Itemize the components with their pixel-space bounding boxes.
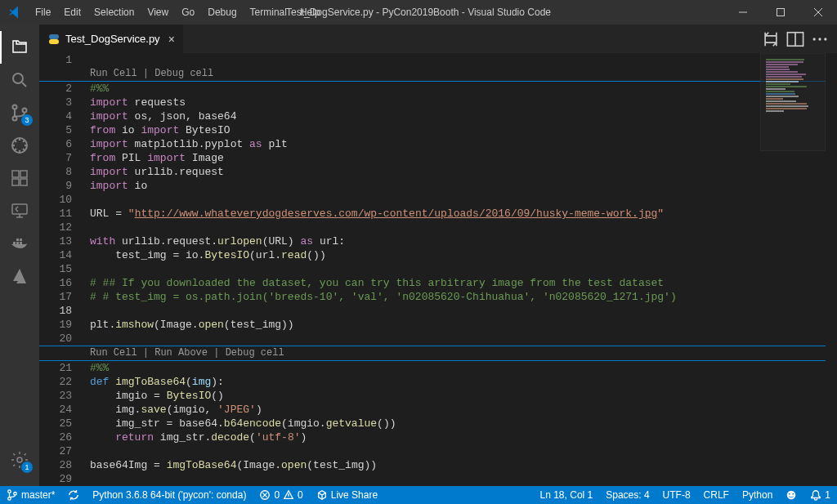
tab-test-dogservice[interactable]: Test_DogService.py × (39, 25, 184, 53)
status-git-branch[interactable]: master* (0, 486, 61, 504)
line-content[interactable]: import matplotlib.pyplot as plt (90, 137, 837, 151)
line-content[interactable]: from PIL import Image (90, 151, 837, 165)
code-line[interactable]: 8import urllib.request (39, 165, 837, 179)
code-line[interactable]: 14 test_img = io.BytesIO(url.read()) (39, 248, 837, 262)
menu-edit[interactable]: Edit (57, 0, 87, 25)
code-line[interactable]: 25 img_str = base64.b64encode(imgio.getv… (39, 417, 837, 430)
split-editor-icon[interactable] (786, 30, 804, 48)
settings-gear[interactable]: 1 (0, 444, 39, 476)
code-line[interactable]: 20 (39, 332, 837, 346)
code-line[interactable]: 2#%% (39, 81, 837, 96)
editor-scrollbar[interactable] (826, 53, 837, 486)
svg-rect-9 (12, 179, 19, 185)
status-feedback-icon[interactable] (779, 486, 803, 504)
svg-point-17 (17, 457, 22, 462)
tab-close-icon[interactable]: × (168, 33, 175, 46)
search[interactable] (0, 64, 39, 96)
code-line[interactable]: 4import os, json, base64 (39, 109, 837, 123)
diff-icon[interactable] (762, 30, 780, 48)
status-sync[interactable] (61, 486, 86, 504)
debug[interactable] (0, 129, 39, 162)
source-control[interactable]: 3 (0, 96, 39, 129)
code-line[interactable]: 12 (39, 221, 837, 234)
code-line[interactable]: 6import matplotlib.pyplot as plt (39, 137, 837, 151)
code-line[interactable]: 24 img.save(imgio, 'JPEG') (39, 403, 837, 417)
status-language[interactable]: Python (736, 486, 779, 504)
code-line[interactable]: 7from PIL import Image (39, 151, 837, 165)
svg-rect-0 (777, 9, 785, 16)
code-line[interactable]: 1 (39, 53, 837, 67)
minimize-button[interactable] (724, 0, 762, 25)
status-cursor-position[interactable]: Ln 18, Col 1 (534, 486, 600, 504)
line-content[interactable]: import urllib.request (90, 165, 837, 179)
line-content[interactable]: #%% (90, 82, 837, 96)
line-content[interactable]: import os, json, base64 (90, 109, 837, 123)
line-number: 18 (39, 304, 90, 318)
status-indentation[interactable]: Spaces: 4 (599, 486, 656, 504)
line-content[interactable]: with urllib.request.urlopen(URL) as url: (90, 234, 837, 248)
status-eol[interactable]: CRLF (697, 486, 736, 504)
code-line[interactable]: 13with urllib.request.urlopen(URL) as ur… (39, 234, 837, 248)
status-python-env[interactable]: Python 3.6.8 64-bit ('pycon': conda) (86, 486, 253, 504)
editor-actions (754, 25, 837, 53)
line-content[interactable]: def imgToBase64(img): (90, 375, 837, 389)
line-content[interactable]: #%% (90, 361, 837, 375)
status-problems[interactable]: 0 0 (253, 486, 309, 504)
code-line[interactable]: 21#%% (39, 360, 837, 375)
code-line[interactable]: 22def imgToBase64(img): (39, 375, 837, 389)
line-content[interactable]: from io import BytesIO (90, 123, 837, 137)
more-actions-icon[interactable] (811, 30, 829, 48)
line-content[interactable]: plt.imshow(Image.open(test_img)) (90, 318, 837, 332)
line-number: 13 (39, 234, 90, 248)
menu-selection[interactable]: Selection (87, 0, 141, 25)
code-line[interactable]: 29 (39, 472, 837, 486)
line-content[interactable]: img.save(imgio, 'JPEG') (90, 403, 837, 417)
menu-debug[interactable]: Debug (201, 0, 243, 25)
code-line[interactable]: 11URL = "http://www.whateverydogdeserves… (39, 207, 837, 221)
code-line[interactable]: 16# ## If you downloaded the dataset, yo… (39, 276, 837, 290)
code-line[interactable]: 23 imgio = BytesIO() (39, 389, 837, 403)
docker[interactable] (0, 227, 39, 260)
code-line[interactable]: 5from io import BytesIO (39, 123, 837, 137)
status-encoding[interactable]: UTF-8 (656, 486, 697, 504)
status-notifications[interactable]: 1 (803, 486, 837, 504)
line-content[interactable]: test_img = io.BytesIO(url.read()) (90, 248, 837, 262)
line-number: 26 (39, 430, 90, 444)
explorer[interactable] (0, 31, 39, 64)
svg-rect-12 (13, 242, 16, 244)
code-line[interactable]: 19plt.imshow(Image.open(test_img)) (39, 318, 837, 332)
status-live-share[interactable]: Live Share (310, 486, 384, 504)
maximize-button[interactable] (762, 0, 799, 25)
minimap[interactable] (760, 53, 826, 151)
line-content[interactable]: base64Img = imgToBase64(Image.open(test_… (90, 458, 837, 472)
code-line[interactable]: 9import io (39, 179, 837, 193)
menu-file[interactable]: File (29, 0, 57, 25)
menu-go[interactable]: Go (175, 0, 201, 25)
line-content[interactable]: import requests (90, 96, 837, 109)
code-line[interactable]: 10 (39, 193, 837, 207)
close-button[interactable] (799, 0, 837, 25)
line-content[interactable]: # # test_img = os.path.join('breeds-10',… (90, 290, 837, 304)
azure[interactable] (0, 260, 39, 292)
extensions[interactable] (0, 162, 39, 194)
code-line[interactable]: 17# # test_img = os.path.join('breeds-10… (39, 290, 837, 304)
code-line[interactable]: 28base64Img = imgToBase64(Image.open(tes… (39, 458, 837, 472)
svg-rect-18 (49, 34, 59, 39)
line-content[interactable]: return img_str.decode('utf-8') (90, 430, 837, 444)
code-line[interactable]: 18 (39, 304, 837, 318)
menu-view[interactable]: View (141, 0, 175, 25)
remote-explorer[interactable] (0, 194, 39, 227)
code-line[interactable]: 3import requests (39, 96, 837, 109)
line-content[interactable]: img_str = base64.b64encode(imgio.getvalu… (90, 417, 837, 430)
line-content[interactable]: URL = "http://www.whateverydogdeserves.c… (90, 207, 837, 221)
code-line[interactable]: 27 (39, 444, 837, 458)
code-line[interactable]: 15 (39, 262, 837, 276)
line-content[interactable]: import io (90, 179, 837, 193)
line-content[interactable]: # ## If you downloaded the dataset, you … (90, 276, 837, 290)
code-line[interactable]: 26 return img_str.decode('utf-8') (39, 430, 837, 444)
codelens[interactable]: Run Cell | Run Above | Debug cell (39, 346, 837, 360)
code-editor[interactable]: 1Run Cell | Debug cell2#%%3import reques… (39, 53, 837, 486)
codelens[interactable]: Run Cell | Debug cell (39, 67, 837, 81)
svg-rect-13 (16, 242, 19, 244)
line-content[interactable]: imgio = BytesIO() (90, 389, 837, 403)
